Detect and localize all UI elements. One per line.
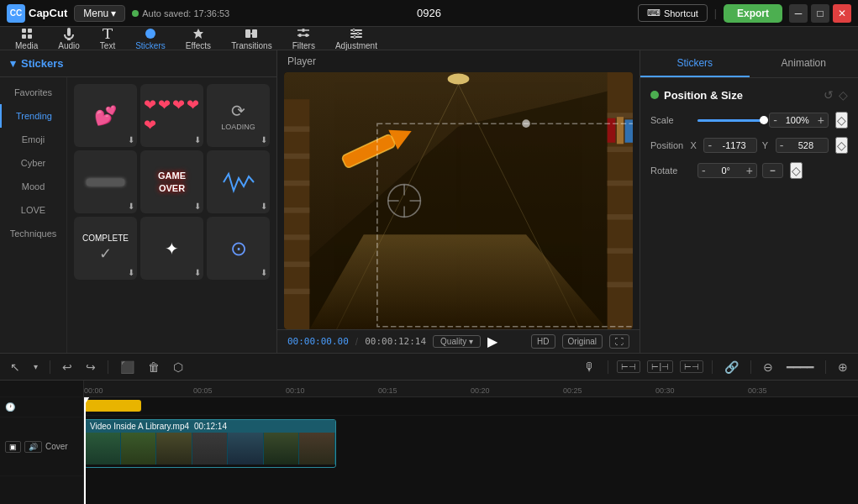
svg-point-73: [522, 119, 530, 128]
diamond-button[interactable]: ◇: [839, 88, 848, 102]
autosave-dot: [132, 10, 139, 17]
quality-button[interactable]: Quality ▾: [433, 335, 481, 348]
x-increase[interactable]: +: [753, 139, 757, 151]
category-emoji[interactable]: Emoji: [0, 128, 66, 151]
sticker-complete[interactable]: COMPLETE ✓ ⬇: [74, 217, 137, 280]
close-button[interactable]: ✕: [833, 4, 851, 23]
project-number: 0926: [417, 7, 441, 19]
svg-rect-30: [284, 234, 309, 239]
toolbar-audio[interactable]: Audio: [53, 25, 85, 52]
category-love[interactable]: LOVE: [0, 198, 66, 222]
download-icon: ⬇: [128, 202, 134, 211]
video-thumbnails: [85, 433, 335, 465]
hd-button[interactable]: HD: [531, 334, 555, 349]
menu-button[interactable]: Menu ▾: [74, 5, 125, 22]
position-reset[interactable]: ◇: [835, 137, 848, 154]
category-trending[interactable]: Trending: [0, 104, 66, 128]
link-button[interactable]: 🔗: [721, 359, 742, 375]
redo-button[interactable]: ↪: [82, 359, 99, 375]
maximize-button[interactable]: □: [811, 4, 829, 23]
stickers-header: ▾ Stickers: [0, 50, 276, 77]
logo-icon: CC: [7, 4, 25, 23]
video-clip[interactable]: Video Inside A Library.mp4 00:12:14: [84, 419, 336, 468]
rotate-flip[interactable]: −: [762, 163, 783, 178]
export-button[interactable]: Export: [724, 4, 782, 23]
transform-button[interactable]: ⬡: [170, 359, 187, 375]
category-techniques[interactable]: Techniques: [0, 222, 66, 245]
zoom-out[interactable]: ⊖: [760, 359, 776, 375]
zoom-bar[interactable]: ━━━━: [783, 359, 817, 375]
tab-animation[interactable]: Animation: [750, 50, 859, 77]
scale-slider[interactable]: [697, 119, 764, 122]
mic-button[interactable]: 🎙: [581, 359, 599, 375]
toolbar-transitions[interactable]: Transitions: [226, 25, 277, 52]
sticker-item[interactable]: 💕 ⬇: [74, 84, 137, 147]
scale-reset[interactable]: ◇: [835, 112, 848, 129]
scale-input[interactable]: [781, 113, 814, 127]
undo-button[interactable]: ↩: [59, 359, 76, 375]
toolbar-adjustment[interactable]: Adjustment: [330, 25, 382, 52]
toolbar-stickers[interactable]: Stickers: [130, 25, 171, 52]
video-thumb: [228, 433, 264, 465]
select-tool[interactable]: ↖: [7, 359, 24, 375]
category-mood[interactable]: Mood: [0, 175, 66, 198]
delete-button[interactable]: 🗑: [145, 359, 163, 375]
download-icon: ⬇: [194, 135, 201, 144]
audio-track-icon[interactable]: 🔊: [24, 441, 42, 453]
split-button[interactable]: ⬛: [117, 359, 138, 375]
timeline-toolbar: ↖ ▾ ↩ ↪ ⬛ 🗑 ⬡ 🎙 ⊢⊣ ⊢|⊣ ⊢⊣ 🔗 ⊖ ━━━━ ⊕: [0, 354, 858, 381]
category-cyber[interactable]: Cyber: [0, 151, 66, 175]
stickers-panel: ▾ Stickers Favorites Trending Emoji Cybe…: [0, 50, 277, 353]
position-row: Position X - + Y - + ◇: [650, 137, 848, 154]
y-decrease[interactable]: -: [776, 139, 787, 151]
position-x-input[interactable]: [715, 139, 753, 152]
sticker-item[interactable]: ⬇: [74, 150, 137, 213]
position-y-input[interactable]: [787, 139, 824, 152]
toolbar-media[interactable]: Media: [10, 25, 43, 52]
main-area: ▾ Stickers Favorites Trending Emoji Cybe…: [0, 50, 858, 353]
x-decrease[interactable]: -: [704, 139, 715, 151]
original-button[interactable]: Original: [562, 334, 603, 349]
tab-stickers[interactable]: Stickers: [640, 50, 750, 77]
rotate-reset[interactable]: ◇: [790, 162, 803, 179]
svg-rect-55: [608, 118, 616, 143]
rotate-decrease[interactable]: -: [698, 165, 709, 176]
sticker-item[interactable]: ❤❤❤❤❤ ⬇: [140, 84, 203, 147]
sticker-item-loading[interactable]: ⟳ LOADING ⬇: [207, 84, 270, 147]
video-clip-name: Video Inside A Library.mp4: [90, 422, 189, 431]
playhead[interactable]: [84, 397, 86, 504]
toolbar-text[interactable]: Text: [95, 25, 120, 52]
sticker-circle-dots[interactable]: ⊙ ⬇: [207, 217, 270, 280]
sticker-clip[interactable]: [84, 400, 141, 412]
toolbar-filters[interactable]: Filters: [287, 25, 320, 52]
sticker-dots-purple[interactable]: ✦ ⬇: [140, 217, 203, 280]
add-track[interactable]: ⊕: [834, 359, 851, 375]
shortcut-button[interactable]: ⌨ Shortcut: [638, 4, 708, 22]
toolbar-adjustment-label: Adjustment: [335, 41, 377, 50]
svg-rect-52: [608, 214, 633, 219]
split-here[interactable]: ⊢|⊣: [647, 360, 673, 373]
minimize-button[interactable]: ─: [789, 4, 808, 23]
rotate-increase[interactable]: +: [743, 165, 756, 176]
category-favorites[interactable]: Favorites: [0, 81, 66, 104]
trim-start[interactable]: ⊢⊣: [617, 360, 640, 373]
sticker-wave[interactable]: ⬇: [207, 150, 270, 213]
reset-all-button[interactable]: ↺: [824, 88, 834, 102]
toolbar-effects[interactable]: Effects: [181, 25, 216, 52]
scale-decrease[interactable]: -: [770, 114, 781, 126]
separator: [712, 360, 713, 374]
trim-end[interactable]: ⊢⊣: [680, 360, 703, 373]
video-track-icon[interactable]: ▣: [5, 441, 21, 453]
video-track-control: ▣ 🔊 Cover: [0, 417, 83, 476]
y-increase[interactable]: +: [824, 139, 829, 151]
svg-rect-51: [608, 181, 633, 186]
rotate-input[interactable]: [709, 164, 743, 177]
stickers-title: Stickers: [21, 57, 64, 70]
scale-increase[interactable]: +: [814, 114, 828, 126]
toolbar-effects-label: Effects: [186, 41, 211, 50]
fullscreen-button[interactable]: ⛶: [609, 334, 629, 349]
play-button[interactable]: ▶: [487, 333, 497, 349]
select-arrow[interactable]: ▾: [30, 360, 41, 373]
svg-rect-3: [28, 34, 32, 39]
sticker-game-over[interactable]: GAME OVER ⬇: [140, 150, 203, 213]
